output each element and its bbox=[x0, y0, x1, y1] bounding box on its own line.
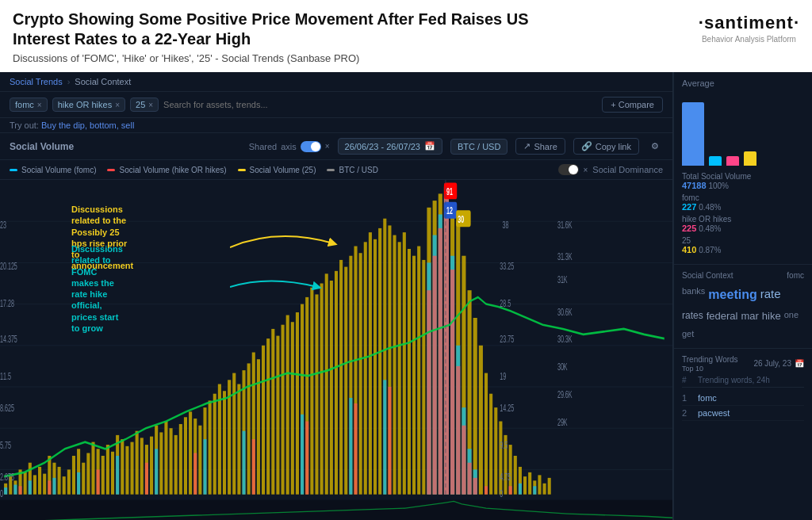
svg-rect-144 bbox=[97, 469, 100, 494]
share-button[interactable]: ↗ Share bbox=[515, 138, 565, 155]
shared-axis-toggle[interactable] bbox=[301, 141, 321, 152]
logo-sub: Behavior Analysis Platform bbox=[699, 35, 799, 44]
svg-text:30.3K: 30.3K bbox=[557, 334, 573, 344]
svg-rect-127 bbox=[242, 431, 245, 495]
social-context-section: Social Context fomc banks meeting rate r… bbox=[674, 265, 812, 349]
word-mar[interactable]: mar bbox=[741, 308, 758, 325]
svg-text:23.75: 23.75 bbox=[500, 334, 514, 344]
svg-text:0: 0 bbox=[0, 488, 3, 499]
axis-label: axis bbox=[281, 142, 297, 151]
share-icon: ↗ bbox=[523, 141, 530, 151]
tag-hike[interactable]: hike OR hikes × bbox=[52, 98, 125, 112]
svg-text:20.125: 20.125 bbox=[0, 261, 17, 271]
svg-rect-29 bbox=[106, 445, 109, 495]
word-one[interactable]: one bbox=[784, 308, 799, 325]
breadcrumb-current: Social Context bbox=[75, 77, 131, 86]
santiment-logo: ·santiment· Behavior Analysis Platform bbox=[699, 10, 799, 44]
svg-text:30: 30 bbox=[458, 214, 464, 224]
currency-selector[interactable]: BTC / USD bbox=[450, 139, 508, 155]
try-out-link[interactable]: Buy the dip, bottom, sell bbox=[41, 120, 134, 130]
svg-rect-22 bbox=[72, 456, 75, 495]
settings-button[interactable]: ⚙ bbox=[647, 139, 663, 154]
fomc-stat: fomc 227 0.48% bbox=[682, 193, 804, 212]
trending-word-2[interactable]: pacwest bbox=[698, 408, 730, 418]
svg-rect-114 bbox=[528, 472, 531, 495]
chart-container[interactable]: 91 12 30 31.6K 31.3K 31K 30.6K 30.3K 30K… bbox=[0, 180, 672, 520]
fomc-stat-value: 227 bbox=[682, 202, 696, 212]
calendar-icon-trending[interactable]: 📅 bbox=[795, 359, 804, 368]
currency-value: BTC / USD bbox=[458, 142, 500, 151]
word-meeting[interactable]: meeting bbox=[708, 285, 756, 305]
tag-hike-close[interactable]: × bbox=[115, 101, 120, 109]
trending-row-2[interactable]: 2 pacwest bbox=[682, 406, 804, 421]
svg-rect-32 bbox=[121, 439, 124, 495]
legend-hike: Social Volume (hike OR hikes) bbox=[107, 166, 226, 174]
trending-col-hash: # bbox=[682, 376, 698, 384]
word-federal[interactable]: federal bbox=[707, 308, 738, 325]
social-dominance-toggle[interactable] bbox=[558, 164, 579, 175]
trending-words-section: Trending Words Top 10 26 July, 23 📅 # Tr… bbox=[674, 349, 812, 427]
svg-rect-91 bbox=[408, 249, 411, 495]
copy-link-button[interactable]: 🔗 Copy link bbox=[573, 138, 639, 155]
svg-rect-51 bbox=[213, 394, 216, 495]
trending-columns: # Trending words, 24h bbox=[682, 376, 804, 388]
search-input[interactable] bbox=[163, 100, 597, 109]
word-banks[interactable]: banks bbox=[682, 285, 705, 305]
svg-rect-85 bbox=[378, 228, 381, 495]
logo-text: ·santiment· bbox=[699, 13, 799, 33]
svg-rect-143 bbox=[48, 480, 51, 494]
svg-rect-20 bbox=[63, 476, 66, 495]
svg-rect-113 bbox=[523, 476, 527, 495]
svg-rect-128 bbox=[301, 415, 304, 495]
svg-rect-123 bbox=[77, 472, 80, 495]
arrow-cyan-svg bbox=[230, 267, 349, 307]
svg-rect-43 bbox=[174, 435, 178, 495]
trending-row-1[interactable]: 1 fomc bbox=[682, 391, 804, 406]
arrow-yellow-svg bbox=[230, 228, 349, 267]
date-range-picker[interactable]: 26/06/23 - 26/07/23 📅 bbox=[338, 138, 442, 155]
hike-stat-pct: 0.48% bbox=[699, 224, 721, 233]
breadcrumb-parent[interactable]: Social Trends bbox=[10, 77, 63, 86]
svg-rect-88 bbox=[393, 235, 396, 495]
date-range-value: 26/06/23 - 26/07/23 bbox=[345, 142, 420, 151]
shared-axis-close[interactable]: × bbox=[325, 142, 330, 151]
svg-text:12: 12 bbox=[446, 206, 453, 216]
svg-text:14.25: 14.25 bbox=[500, 403, 514, 413]
word-get[interactable]: get bbox=[682, 327, 694, 342]
svg-rect-130 bbox=[383, 380, 386, 494]
social-dominance-control[interactable]: × Social Dominance bbox=[558, 164, 664, 175]
word-rates[interactable]: rates bbox=[682, 308, 703, 325]
svg-rect-63 bbox=[271, 329, 274, 495]
breadcrumb: Social Trends › Social Context bbox=[0, 72, 672, 92]
tag-25-close[interactable]: × bbox=[148, 101, 153, 109]
page-title: Crypto Showing Some Positive Price Movem… bbox=[13, 10, 552, 49]
compare-button[interactable]: + Compare bbox=[602, 97, 663, 113]
tag-25[interactable]: 25 × bbox=[130, 98, 159, 112]
svg-rect-40 bbox=[159, 432, 163, 494]
25-bar bbox=[744, 151, 756, 166]
svg-rect-92 bbox=[412, 256, 416, 495]
svg-rect-146 bbox=[193, 453, 197, 495]
word-hike[interactable]: hike bbox=[762, 308, 781, 325]
word-rate[interactable]: rate bbox=[760, 285, 781, 305]
svg-rect-94 bbox=[422, 260, 425, 495]
svg-rect-41 bbox=[164, 422, 167, 495]
fomc-stat-pct: 0.48% bbox=[699, 203, 721, 212]
legend-fomc-dot bbox=[10, 169, 17, 171]
svg-text:33.25: 33.25 bbox=[500, 261, 514, 271]
svg-rect-142 bbox=[18, 486, 21, 494]
svg-rect-12 bbox=[24, 472, 27, 495]
legend-fomc: Social Volume (fomc) bbox=[10, 166, 96, 174]
tag-fomc-close[interactable]: × bbox=[37, 101, 42, 109]
tag-fomc[interactable]: fomc × bbox=[10, 98, 48, 112]
trending-word-1[interactable]: fomc bbox=[698, 393, 717, 403]
svg-rect-122 bbox=[52, 478, 56, 495]
legend-25-label: Social Volume (25) bbox=[250, 166, 316, 174]
svg-text:5.75: 5.75 bbox=[0, 440, 11, 450]
svg-rect-26 bbox=[91, 442, 94, 495]
svg-text:8.625: 8.625 bbox=[0, 403, 14, 413]
svg-rect-117 bbox=[543, 484, 546, 495]
social-dominance-close[interactable]: × bbox=[584, 166, 588, 174]
filter-bar: fomc × hike OR hikes × 25 × + Compare bbox=[0, 92, 672, 118]
25-stat-label: 25 bbox=[682, 236, 804, 245]
